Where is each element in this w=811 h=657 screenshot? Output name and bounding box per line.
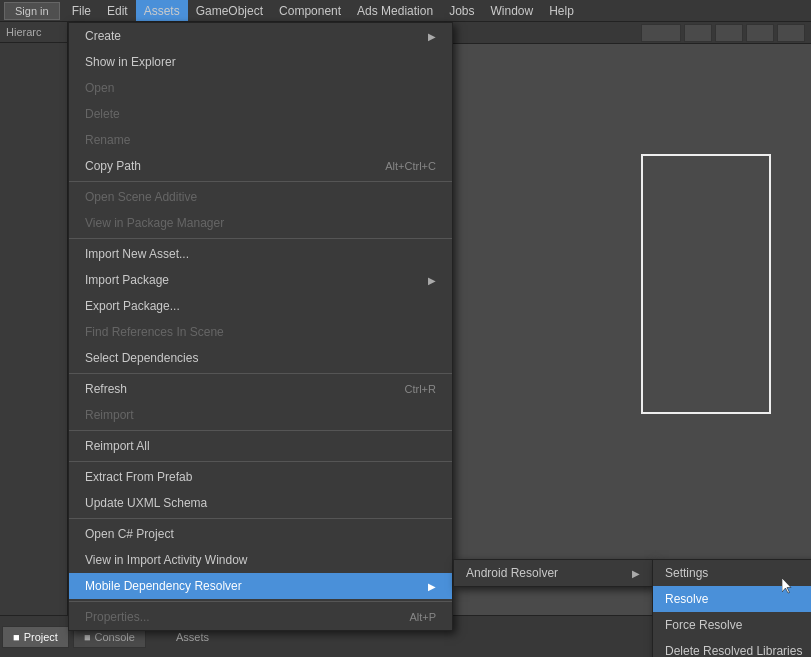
import-package-arrow-icon: ▶ [428, 275, 436, 286]
menu-item-select-dependencies[interactable]: Select Dependencies [69, 345, 452, 371]
sign-in-button[interactable]: Sign in [4, 2, 60, 20]
menu-file[interactable]: File [64, 0, 99, 21]
separator-6 [69, 518, 452, 519]
scene-toolbar-btn3[interactable] [746, 24, 774, 42]
menu-assets[interactable]: Assets [136, 0, 188, 21]
project-icon: ■ [13, 631, 20, 643]
separator-1 [69, 181, 452, 182]
menu-edit[interactable]: Edit [99, 0, 136, 21]
menu-ads-mediation[interactable]: Ads Mediation [349, 0, 441, 21]
menu-bar: Sign in File Edit Assets GameObject Comp… [0, 0, 811, 22]
separator-2 [69, 238, 452, 239]
scene-toolbar-btn4[interactable] [777, 24, 805, 42]
properties-shortcut: Alt+P [409, 611, 436, 623]
separator-5 [69, 461, 452, 462]
menu-component[interactable]: Component [271, 0, 349, 21]
android-resolver-submenu: Android Resolver ▶ [453, 559, 653, 587]
tab-project[interactable]: ■ Project [2, 626, 69, 648]
menu-item-refresh[interactable]: Refresh Ctrl+R [69, 376, 452, 402]
scene-toolbar-btn2[interactable] [715, 24, 743, 42]
menu-item-import-package[interactable]: Import Package ▶ [69, 267, 452, 293]
menu-item-update-uxml-schema[interactable]: Update UXML Schema [69, 490, 452, 516]
menu-item-show-in-explorer[interactable]: Show in Explorer [69, 49, 452, 75]
menu-item-copy-path[interactable]: Copy Path Alt+Ctrl+C [69, 153, 452, 179]
menu-item-extract-from-prefab[interactable]: Extract From Prefab [69, 464, 452, 490]
menu-item-open: Open [69, 75, 452, 101]
create-arrow-icon: ▶ [428, 31, 436, 42]
menu-item-export-package[interactable]: Export Package... [69, 293, 452, 319]
menu-gameobject[interactable]: GameObject [188, 0, 271, 21]
menu-item-rename: Rename [69, 127, 452, 153]
menu-item-open-csharp[interactable]: Open C# Project [69, 521, 452, 547]
menu-item-view-package-manager: View in Package Manager [69, 210, 452, 236]
separator-4 [69, 430, 452, 431]
separator-3 [69, 373, 452, 374]
menu-item-reimport-all[interactable]: Reimport All [69, 433, 452, 459]
mobile-dep-arrow-icon: ▶ [428, 581, 436, 592]
android-resolver-arrow-icon: ▶ [632, 568, 640, 579]
menu-item-reimport: Reimport [69, 402, 452, 428]
menu-jobs[interactable]: Jobs [441, 0, 482, 21]
console-icon: ■ [84, 631, 91, 643]
scene-object-rect [641, 154, 771, 414]
menu-item-properties: Properties... Alt+P [69, 604, 452, 630]
menu-item-find-references: Find References In Scene [69, 319, 452, 345]
scene-toolbar-btn1[interactable] [684, 24, 712, 42]
resolver-options-submenu: Settings Resolve Force Resolve Delete Re… [652, 559, 811, 657]
menu-item-mobile-dependency-resolver[interactable]: Mobile Dependency Resolver ▶ [69, 573, 452, 599]
menu-item-delete: Delete [69, 101, 452, 127]
scene-toolbar [635, 22, 811, 43]
submenu-item-force-resolve[interactable]: Force Resolve [653, 612, 811, 638]
refresh-shortcut: Ctrl+R [405, 383, 436, 395]
submenu-item-delete-resolved[interactable]: Delete Resolved Libraries [653, 638, 811, 657]
menu-window[interactable]: Window [483, 0, 542, 21]
menu-item-import-new-asset[interactable]: Import New Asset... [69, 241, 452, 267]
menu-item-create[interactable]: Create ▶ [69, 23, 452, 49]
scene-toolbar-dropdown1[interactable] [641, 24, 681, 42]
menu-item-open-scene-additive: Open Scene Additive [69, 184, 452, 210]
separator-7 [69, 601, 452, 602]
hierarchy-panel: Hierarc [0, 22, 68, 615]
menu-help[interactable]: Help [541, 0, 582, 21]
hierarchy-title: Hierarc [0, 22, 67, 43]
assets-dropdown-menu: Create ▶ Show in Explorer Open Delete Re… [68, 22, 453, 631]
submenu-item-resolve[interactable]: Resolve [653, 586, 811, 612]
menu-item-view-import-activity[interactable]: View in Import Activity Window [69, 547, 452, 573]
submenu-item-settings[interactable]: Settings [653, 560, 811, 586]
submenu-item-android-resolver[interactable]: Android Resolver ▶ [454, 560, 652, 586]
copy-path-shortcut: Alt+Ctrl+C [385, 160, 436, 172]
